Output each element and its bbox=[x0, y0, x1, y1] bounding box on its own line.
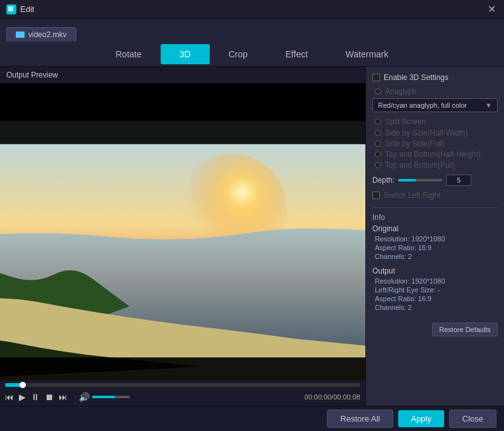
anaglyph-radio[interactable] bbox=[375, 88, 381, 95]
svg-rect-4 bbox=[0, 121, 365, 144]
file-tab[interactable]: video2.mkv bbox=[6, 27, 76, 42]
switch-left-right-row: Switch Left Right bbox=[372, 191, 498, 200]
split-opt-1-label: Side by Side(Full) bbox=[385, 139, 445, 148]
right-panel: Enable 3D Settings Anaglyph Red/cyan ana… bbox=[365, 67, 504, 406]
title-bar: Edit ✕ bbox=[0, 0, 504, 19]
switch-left-right-checkbox[interactable] bbox=[372, 192, 380, 199]
restore-all-button[interactable]: Restore All bbox=[327, 410, 393, 428]
controls-bar: ⏮ ▶ ⏸ ⏹ ⏭ 🔊 00:00:00/00:00:08 bbox=[0, 381, 365, 406]
split-opt-3-label: Top and Bottom(Full) bbox=[385, 161, 455, 170]
apply-button[interactable]: Apply bbox=[398, 410, 444, 427]
video-frame bbox=[0, 121, 365, 381]
file-tab-bar: video2.mkv bbox=[0, 19, 504, 42]
output-info-group: Output Resolution: 1920*1080 Left/Right … bbox=[372, 267, 498, 311]
video-svg bbox=[0, 121, 365, 381]
skip-forward-button[interactable]: ⏭ bbox=[59, 392, 67, 402]
tab-crop[interactable]: Crop bbox=[210, 44, 266, 64]
play-button[interactable]: ▶ bbox=[19, 392, 26, 402]
nav-tabs: Rotate 3D Crop Effect Watermark bbox=[0, 42, 504, 67]
window-title: Edit bbox=[20, 4, 34, 14]
enable-3d-row: Enable 3D Settings bbox=[372, 73, 498, 82]
output-preview-label: Output Preview bbox=[0, 67, 365, 83]
time-display: 00:00:00/00:00:08 bbox=[304, 393, 360, 401]
depth-label: Depth: bbox=[372, 176, 394, 185]
split-screen-option: Split Screen bbox=[372, 117, 498, 126]
info-title: Info bbox=[372, 213, 498, 222]
close-button[interactable]: Close bbox=[449, 410, 496, 428]
depth-input[interactable]: 5 bbox=[446, 175, 471, 186]
window-close-button[interactable]: ✕ bbox=[485, 3, 498, 16]
original-info-group: Original Resolution: 1920*1080 Aspect Ra… bbox=[372, 224, 498, 260]
original-title: Original bbox=[372, 224, 498, 233]
output-resolution: Resolution: 1920*1080 bbox=[372, 277, 498, 285]
split-option-2: Top and Bottom(Half-Height) bbox=[372, 150, 498, 159]
anaglyph-dropdown-value: Red/cyan anaglyph, full color bbox=[378, 101, 467, 109]
title-bar-left: Edit bbox=[6, 4, 34, 14]
split-option-3: Top and Bottom(Full) bbox=[372, 161, 498, 170]
output-title: Output bbox=[372, 267, 498, 275]
split-screen-label: Split Screen bbox=[385, 117, 426, 126]
file-tab-label: video2.mkv bbox=[28, 30, 67, 39]
file-tab-icon bbox=[16, 32, 25, 38]
split-opt-3-radio[interactable] bbox=[375, 162, 381, 168]
dropdown-arrow-icon: ▼ bbox=[485, 101, 492, 109]
split-screen-radio[interactable] bbox=[375, 118, 381, 125]
split-screen-options: Side by Side(Half-Width) Side by Side(Fu… bbox=[372, 129, 498, 170]
enable-3d-checkbox[interactable] bbox=[372, 74, 380, 81]
bottom-bar: Restore All Apply Close bbox=[0, 406, 504, 431]
depth-slider[interactable] bbox=[398, 179, 442, 181]
split-opt-1-radio[interactable] bbox=[375, 141, 381, 147]
progress-thumb bbox=[20, 382, 26, 388]
skip-back-button[interactable]: ⏮ bbox=[5, 392, 14, 402]
playback-controls: ⏮ ▶ ⏸ ⏹ ⏭ 🔊 00:00:00/00:00:08 bbox=[5, 391, 360, 403]
main-content: Output Preview bbox=[0, 67, 504, 406]
depth-row: Depth: 5 bbox=[372, 175, 498, 186]
switch-left-right-label: Switch Left Right bbox=[384, 191, 440, 200]
original-aspect-ratio: Aspect Ratio: 16:9 bbox=[372, 244, 498, 251]
tab-effect[interactable]: Effect bbox=[266, 44, 327, 64]
volume-area: 🔊 bbox=[79, 392, 130, 402]
split-option-1: Side by Side(Full) bbox=[372, 139, 498, 148]
info-section: Info Original Resolution: 1920*1080 Aspe… bbox=[372, 207, 498, 311]
progress-bar[interactable] bbox=[5, 383, 360, 387]
split-opt-0-label: Side by Side(Half-Width) bbox=[385, 129, 467, 137]
split-option-0: Side by Side(Half-Width) bbox=[372, 129, 498, 137]
anaglyph-option: Anaglyph bbox=[372, 87, 498, 96]
tab-watermark[interactable]: Watermark bbox=[327, 44, 408, 64]
tab-rotate[interactable]: Rotate bbox=[97, 44, 161, 64]
anaglyph-label: Anaglyph bbox=[385, 87, 416, 96]
split-opt-2-label: Top and Bottom(Half-Height) bbox=[385, 150, 481, 159]
app-icon bbox=[6, 4, 16, 14]
output-eye-size: Left/Right Eye Size: - bbox=[372, 286, 498, 294]
output-aspect-ratio: Aspect Ratio: 16:9 bbox=[372, 295, 498, 302]
tab-3d[interactable]: 3D bbox=[161, 44, 210, 64]
black-top-area bbox=[0, 83, 365, 121]
volume-slider[interactable] bbox=[92, 396, 130, 398]
pause-button[interactable]: ⏸ bbox=[31, 392, 40, 402]
anaglyph-dropdown[interactable]: Red/cyan anaglyph, full color ▼ bbox=[372, 98, 498, 112]
output-channels: Channels: 2 bbox=[372, 304, 498, 311]
original-channels: Channels: 2 bbox=[372, 253, 498, 260]
split-opt-2-radio[interactable] bbox=[375, 151, 381, 158]
restore-defaults-button[interactable]: Restore Defaults bbox=[432, 323, 498, 336]
original-resolution: Resolution: 1920*1080 bbox=[372, 235, 498, 243]
stop-button[interactable]: ⏹ bbox=[45, 392, 54, 402]
preview-panel: Output Preview bbox=[0, 67, 365, 406]
enable-3d-label: Enable 3D Settings bbox=[384, 73, 449, 82]
split-opt-0-radio[interactable] bbox=[375, 130, 381, 136]
volume-icon[interactable]: 🔊 bbox=[79, 392, 89, 402]
svg-rect-5 bbox=[0, 357, 365, 381]
